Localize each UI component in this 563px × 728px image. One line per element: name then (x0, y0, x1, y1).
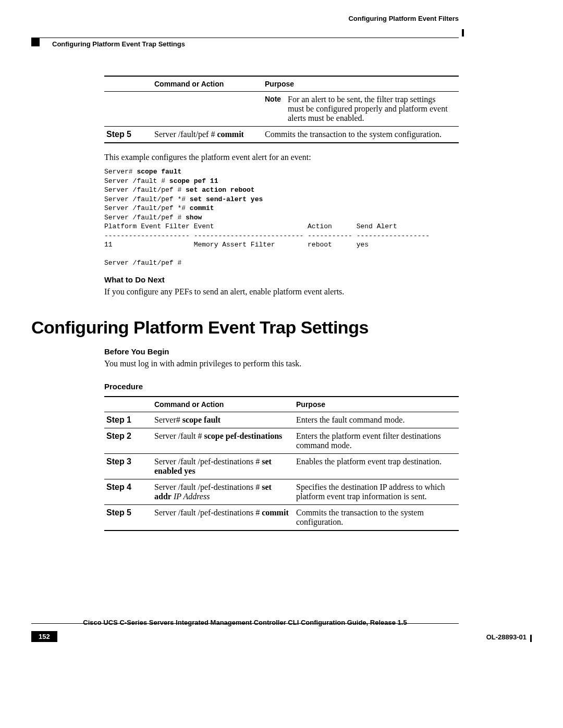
step-command: Server /fault /pef-destinations # commit (152, 505, 294, 531)
table-row: Step 2Server /fault # scope pef-destinat… (104, 428, 459, 454)
table-row: Step 5Server /fault /pef-destinations # … (104, 505, 459, 531)
header-section-title: Configuring Platform Event Trap Settings (52, 40, 185, 48)
step-label: Step 1 (104, 412, 152, 428)
step-label: Step 5 (104, 505, 152, 531)
header-chapter-title: Configuring Platform Event Filters (348, 15, 459, 22)
step-command: Server /fault # scope pef-destinations (152, 428, 294, 454)
header-divider (31, 38, 459, 38)
procedure-table-continued: Command or Action Purpose Note For an al… (104, 76, 459, 143)
step-command: Server /fault /pef-destinations # set ad… (152, 479, 294, 505)
footer-page-number: 152 (31, 631, 57, 642)
step-command: Server# scope fault (152, 412, 294, 428)
step-5-purpose: Commits the transaction to the system co… (263, 127, 459, 143)
what-to-do-next-heading: What to Do Next (104, 275, 459, 284)
table-row: Step 4Server /fault /pef-destinations # … (104, 479, 459, 505)
page-footer: Cisco UCS C-Series Servers Integrated Ma… (31, 623, 459, 626)
section-title: Configuring Platform Event Trap Settings (31, 317, 459, 338)
step-purpose: Specifies the destination IP address to … (294, 479, 459, 505)
col-header-command-2: Command or Action (152, 397, 294, 412)
procedure-heading: Procedure (104, 382, 459, 391)
header-rule-mark (462, 29, 464, 36)
step-label: Step 3 (104, 454, 152, 479)
footer-rule-mark (530, 635, 532, 642)
footer-doc-id: OL-28893-01 (486, 633, 527, 641)
step-purpose: Enters the fault command mode. (294, 412, 459, 428)
example-intro-text: This example configures the platform eve… (104, 153, 459, 162)
note-text: For an alert to be sent, the filter trap… (288, 95, 451, 123)
col-header-command: Command or Action (152, 76, 263, 92)
step-purpose: Enables the platform event trap destinat… (294, 454, 459, 479)
step-label: Step 4 (104, 479, 152, 505)
before-you-begin-heading: Before You Begin (104, 347, 459, 356)
step-command: Server /fault /pef-destinations # set en… (152, 454, 294, 479)
step-purpose: Commits the transaction to the system co… (294, 505, 459, 531)
cli-example-block: Server# scope fault Server /fault # scop… (104, 167, 459, 268)
step-5-command: Server /fault/pef # commit (152, 127, 263, 143)
procedure-table-trap-settings: Command or Action Purpose Step 1Server# … (104, 396, 459, 531)
table-row: Step 1Server# scope faultEnters the faul… (104, 412, 459, 428)
col-header-purpose: Purpose (263, 76, 459, 92)
step-purpose: Enters the platform event filter destina… (294, 428, 459, 454)
before-you-begin-text: You must log in with admin privileges to… (104, 359, 459, 368)
footer-doc-title: Cisco UCS C-Series Servers Integrated Ma… (31, 619, 459, 626)
step-label: Step 2 (104, 428, 152, 454)
note-label: Note (265, 95, 286, 103)
header-square-icon (31, 38, 40, 46)
col-header-purpose-2: Purpose (294, 397, 459, 412)
step-5-label: Step 5 (104, 127, 152, 143)
what-to-do-next-text: If you configure any PEFs to send an ale… (104, 287, 459, 297)
table-row: Step 3Server /fault /pef-destinations # … (104, 454, 459, 479)
